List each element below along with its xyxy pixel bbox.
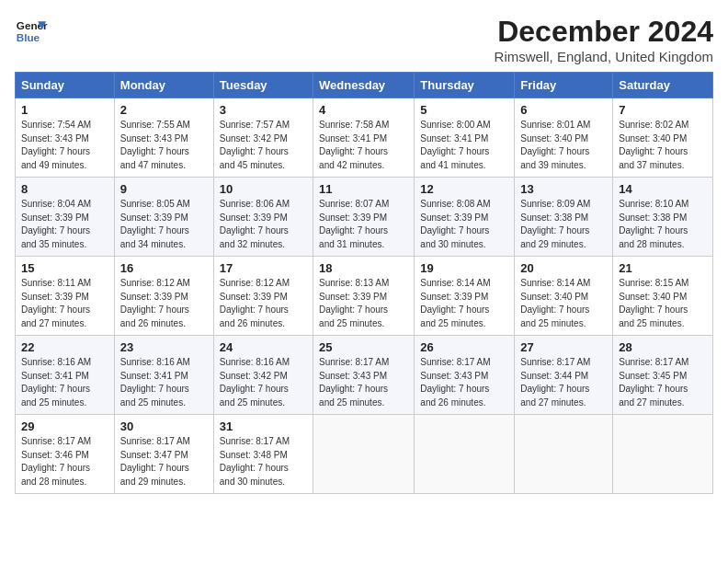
day-info: Sunrise: 8:17 AMSunset: 3:48 PMDaylight:… xyxy=(220,435,307,488)
day-info: Sunrise: 8:14 AMSunset: 3:39 PMDaylight:… xyxy=(420,277,508,330)
calendar-cell: 20Sunrise: 8:14 AMSunset: 3:40 PMDayligh… xyxy=(515,257,613,336)
day-number: 5 xyxy=(420,103,508,117)
day-number: 24 xyxy=(220,340,307,354)
day-number: 13 xyxy=(520,182,607,196)
calendar-week-3: 15Sunrise: 8:11 AMSunset: 3:39 PMDayligh… xyxy=(16,257,713,336)
calendar-cell: 5Sunrise: 8:00 AMSunset: 3:41 PMDaylight… xyxy=(415,98,515,178)
calendar-week-5: 29Sunrise: 8:17 AMSunset: 3:46 PMDayligh… xyxy=(16,415,713,494)
day-info: Sunrise: 8:11 AMSunset: 3:39 PMDaylight:… xyxy=(21,277,108,330)
day-number: 2 xyxy=(120,103,208,117)
day-info: Sunrise: 8:02 AMSunset: 3:40 PMDaylight:… xyxy=(619,119,707,172)
day-number: 7 xyxy=(619,103,707,117)
calendar-cell xyxy=(515,415,613,494)
day-number: 6 xyxy=(520,103,607,117)
day-number: 29 xyxy=(21,419,108,433)
calendar-cell: 15Sunrise: 8:11 AMSunset: 3:39 PMDayligh… xyxy=(16,257,115,336)
svg-text:Blue: Blue xyxy=(17,31,40,43)
day-info: Sunrise: 8:06 AMSunset: 3:39 PMDaylight:… xyxy=(220,198,307,251)
day-info: Sunrise: 8:10 AMSunset: 3:38 PMDaylight:… xyxy=(619,198,707,251)
calendar-cell: 9Sunrise: 8:05 AMSunset: 3:39 PMDaylight… xyxy=(114,178,213,257)
calendar-cell xyxy=(415,415,515,494)
day-info: Sunrise: 8:08 AMSunset: 3:39 PMDaylight:… xyxy=(420,198,508,251)
calendar-week-2: 8Sunrise: 8:04 AMSunset: 3:39 PMDaylight… xyxy=(16,178,713,257)
calendar-table: SundayMondayTuesdayWednesdayThursdayFrid… xyxy=(15,72,713,494)
day-number: 3 xyxy=(220,103,307,117)
calendar-header-row: SundayMondayTuesdayWednesdayThursdayFrid… xyxy=(16,73,713,98)
calendar-col-thursday: Thursday xyxy=(415,73,515,98)
day-info: Sunrise: 8:16 AMSunset: 3:41 PMDaylight:… xyxy=(21,356,108,409)
day-info: Sunrise: 8:17 AMSunset: 3:46 PMDaylight:… xyxy=(21,435,108,488)
day-info: Sunrise: 8:12 AMSunset: 3:39 PMDaylight:… xyxy=(220,277,307,330)
title-section: December 2024 Rimswell, England, United … xyxy=(495,15,713,64)
calendar-cell xyxy=(613,415,713,494)
day-number: 30 xyxy=(120,419,208,433)
calendar-cell: 28Sunrise: 8:17 AMSunset: 3:45 PMDayligh… xyxy=(613,336,713,415)
day-number: 4 xyxy=(319,103,408,117)
day-info: Sunrise: 8:16 AMSunset: 3:41 PMDaylight:… xyxy=(120,356,208,409)
calendar-week-4: 22Sunrise: 8:16 AMSunset: 3:41 PMDayligh… xyxy=(16,336,713,415)
calendar-cell: 6Sunrise: 8:01 AMSunset: 3:40 PMDaylight… xyxy=(515,98,613,178)
calendar-col-wednesday: Wednesday xyxy=(313,73,415,98)
calendar-cell: 22Sunrise: 8:16 AMSunset: 3:41 PMDayligh… xyxy=(16,336,115,415)
day-number: 17 xyxy=(220,261,307,275)
day-info: Sunrise: 8:17 AMSunset: 3:43 PMDaylight:… xyxy=(319,356,408,409)
day-number: 26 xyxy=(420,340,508,354)
calendar-col-monday: Monday xyxy=(114,73,213,98)
day-number: 8 xyxy=(21,182,108,196)
day-number: 28 xyxy=(619,340,707,354)
calendar-col-tuesday: Tuesday xyxy=(213,73,313,98)
calendar-col-sunday: Sunday xyxy=(16,73,115,98)
day-info: Sunrise: 8:07 AMSunset: 3:39 PMDaylight:… xyxy=(319,198,408,251)
calendar-cell: 1Sunrise: 7:54 AMSunset: 3:43 PMDaylight… xyxy=(16,98,115,178)
day-number: 12 xyxy=(420,182,508,196)
day-number: 25 xyxy=(319,340,408,354)
day-number: 31 xyxy=(220,419,307,433)
calendar-cell: 11Sunrise: 8:07 AMSunset: 3:39 PMDayligh… xyxy=(313,178,415,257)
calendar-cell: 26Sunrise: 8:17 AMSunset: 3:43 PMDayligh… xyxy=(415,336,515,415)
day-info: Sunrise: 8:17 AMSunset: 3:47 PMDaylight:… xyxy=(120,435,208,488)
page-header: General Blue December 2024 Rimswell, Eng… xyxy=(15,15,713,64)
day-info: Sunrise: 7:54 AMSunset: 3:43 PMDaylight:… xyxy=(21,119,108,172)
day-number: 20 xyxy=(520,261,607,275)
logo: General Blue xyxy=(15,15,48,48)
day-info: Sunrise: 8:13 AMSunset: 3:39 PMDaylight:… xyxy=(319,277,408,330)
day-number: 9 xyxy=(120,182,208,196)
day-info: Sunrise: 7:55 AMSunset: 3:43 PMDaylight:… xyxy=(120,119,208,172)
calendar-cell: 19Sunrise: 8:14 AMSunset: 3:39 PMDayligh… xyxy=(415,257,515,336)
logo-icon: General Blue xyxy=(15,15,48,48)
day-info: Sunrise: 8:17 AMSunset: 3:45 PMDaylight:… xyxy=(619,356,707,409)
day-number: 15 xyxy=(21,261,108,275)
calendar-cell: 24Sunrise: 8:16 AMSunset: 3:42 PMDayligh… xyxy=(213,336,313,415)
day-info: Sunrise: 8:15 AMSunset: 3:40 PMDaylight:… xyxy=(619,277,707,330)
day-info: Sunrise: 8:14 AMSunset: 3:40 PMDaylight:… xyxy=(520,277,607,330)
calendar-cell: 8Sunrise: 8:04 AMSunset: 3:39 PMDaylight… xyxy=(16,178,115,257)
day-info: Sunrise: 8:17 AMSunset: 3:43 PMDaylight:… xyxy=(420,356,508,409)
calendar-cell: 18Sunrise: 8:13 AMSunset: 3:39 PMDayligh… xyxy=(313,257,415,336)
calendar-cell: 21Sunrise: 8:15 AMSunset: 3:40 PMDayligh… xyxy=(613,257,713,336)
calendar-cell: 30Sunrise: 8:17 AMSunset: 3:47 PMDayligh… xyxy=(114,415,213,494)
day-info: Sunrise: 8:09 AMSunset: 3:38 PMDaylight:… xyxy=(520,198,607,251)
day-number: 21 xyxy=(619,261,707,275)
calendar-cell: 2Sunrise: 7:55 AMSunset: 3:43 PMDaylight… xyxy=(114,98,213,178)
day-number: 22 xyxy=(21,340,108,354)
calendar-cell: 4Sunrise: 7:58 AMSunset: 3:41 PMDaylight… xyxy=(313,98,415,178)
calendar-cell: 27Sunrise: 8:17 AMSunset: 3:44 PMDayligh… xyxy=(515,336,613,415)
main-title: December 2024 xyxy=(495,15,713,49)
day-number: 1 xyxy=(21,103,108,117)
day-number: 19 xyxy=(420,261,508,275)
day-number: 27 xyxy=(520,340,607,354)
calendar-cell xyxy=(313,415,415,494)
calendar-cell: 14Sunrise: 8:10 AMSunset: 3:38 PMDayligh… xyxy=(613,178,713,257)
subtitle: Rimswell, England, United Kingdom xyxy=(495,49,713,64)
calendar-cell: 3Sunrise: 7:57 AMSunset: 3:42 PMDaylight… xyxy=(213,98,313,178)
calendar-cell: 25Sunrise: 8:17 AMSunset: 3:43 PMDayligh… xyxy=(313,336,415,415)
calendar-col-saturday: Saturday xyxy=(613,73,713,98)
day-number: 23 xyxy=(120,340,208,354)
day-info: Sunrise: 8:05 AMSunset: 3:39 PMDaylight:… xyxy=(120,198,208,251)
calendar-col-friday: Friday xyxy=(515,73,613,98)
day-info: Sunrise: 7:57 AMSunset: 3:42 PMDaylight:… xyxy=(220,119,307,172)
day-number: 11 xyxy=(319,182,408,196)
day-info: Sunrise: 8:00 AMSunset: 3:41 PMDaylight:… xyxy=(420,119,508,172)
day-info: Sunrise: 8:12 AMSunset: 3:39 PMDaylight:… xyxy=(120,277,208,330)
calendar-cell: 13Sunrise: 8:09 AMSunset: 3:38 PMDayligh… xyxy=(515,178,613,257)
